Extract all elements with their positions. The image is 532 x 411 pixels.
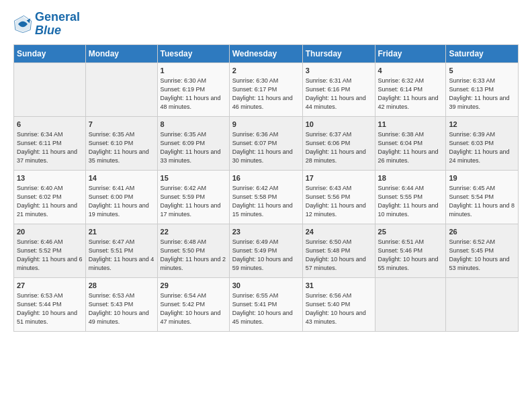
day-info: Sunrise: 6:36 AM Sunset: 6:07 PM Dayligh… xyxy=(232,130,300,165)
col-header-friday: Friday xyxy=(375,44,446,62)
calendar-cell: 14Sunrise: 6:41 AM Sunset: 6:00 PM Dayli… xyxy=(85,170,157,224)
day-number: 11 xyxy=(378,120,443,130)
day-number: 10 xyxy=(306,120,372,130)
day-number: 6 xyxy=(17,120,83,130)
calendar-cell: 3Sunrise: 6:31 AM Sunset: 6:16 PM Daylig… xyxy=(302,62,375,116)
week-row-2: 6Sunrise: 6:34 AM Sunset: 6:11 PM Daylig… xyxy=(14,116,519,170)
calendar-cell: 11Sunrise: 6:38 AM Sunset: 6:04 PM Dayli… xyxy=(375,116,446,170)
col-header-thursday: Thursday xyxy=(302,44,375,62)
day-info: Sunrise: 6:50 AM Sunset: 5:48 PM Dayligh… xyxy=(306,238,372,273)
calendar-cell xyxy=(375,277,446,331)
col-header-monday: Monday xyxy=(85,44,157,62)
calendar-cell xyxy=(14,62,86,116)
day-info: Sunrise: 6:53 AM Sunset: 5:43 PM Dayligh… xyxy=(89,291,154,326)
day-number: 29 xyxy=(161,281,226,291)
day-info: Sunrise: 6:49 AM Sunset: 5:49 PM Dayligh… xyxy=(232,238,300,273)
calendar-cell: 28Sunrise: 6:53 AM Sunset: 5:43 PM Dayli… xyxy=(85,277,157,331)
col-header-wednesday: Wednesday xyxy=(229,44,302,62)
calendar-cell: 20Sunrise: 6:46 AM Sunset: 5:52 PM Dayli… xyxy=(14,224,86,277)
day-info: Sunrise: 6:35 AM Sunset: 6:09 PM Dayligh… xyxy=(161,130,226,165)
calendar-cell xyxy=(85,62,157,116)
calendar-cell: 12Sunrise: 6:39 AM Sunset: 6:03 PM Dayli… xyxy=(446,116,519,170)
col-header-saturday: Saturday xyxy=(446,44,519,62)
day-number: 7 xyxy=(89,120,154,130)
day-info: Sunrise: 6:33 AM Sunset: 6:13 PM Dayligh… xyxy=(449,77,515,111)
calendar-cell: 2Sunrise: 6:30 AM Sunset: 6:17 PM Daylig… xyxy=(229,62,302,116)
calendar-cell: 19Sunrise: 6:45 AM Sunset: 5:54 PM Dayli… xyxy=(446,170,519,224)
day-info: Sunrise: 6:39 AM Sunset: 6:03 PM Dayligh… xyxy=(449,130,515,165)
day-info: Sunrise: 6:51 AM Sunset: 5:46 PM Dayligh… xyxy=(378,238,443,273)
day-info: Sunrise: 6:34 AM Sunset: 6:11 PM Dayligh… xyxy=(17,130,83,165)
day-number: 9 xyxy=(232,120,300,130)
day-info: Sunrise: 6:35 AM Sunset: 6:10 PM Dayligh… xyxy=(89,130,154,165)
col-header-tuesday: Tuesday xyxy=(157,44,229,62)
logo: General Blue xyxy=(13,11,80,38)
day-number: 24 xyxy=(306,227,372,237)
day-info: Sunrise: 6:47 AM Sunset: 5:51 PM Dayligh… xyxy=(89,238,154,273)
day-number: 30 xyxy=(232,281,300,291)
day-info: Sunrise: 6:40 AM Sunset: 6:02 PM Dayligh… xyxy=(17,184,83,219)
calendar-cell: 24Sunrise: 6:50 AM Sunset: 5:48 PM Dayli… xyxy=(302,224,375,277)
calendar-cell: 6Sunrise: 6:34 AM Sunset: 6:11 PM Daylig… xyxy=(14,116,86,170)
day-number: 23 xyxy=(232,227,300,237)
day-number: 31 xyxy=(306,281,372,291)
calendar-cell: 23Sunrise: 6:49 AM Sunset: 5:49 PM Dayli… xyxy=(229,224,302,277)
day-info: Sunrise: 6:48 AM Sunset: 5:50 PM Dayligh… xyxy=(161,238,226,273)
header: General Blue xyxy=(13,11,519,38)
calendar-cell: 30Sunrise: 6:55 AM Sunset: 5:41 PM Dayli… xyxy=(229,277,302,331)
day-number: 18 xyxy=(378,173,443,183)
calendar-cell: 17Sunrise: 6:43 AM Sunset: 5:56 PM Dayli… xyxy=(302,170,375,224)
calendar-cell: 31Sunrise: 6:56 AM Sunset: 5:40 PM Dayli… xyxy=(302,277,375,331)
day-info: Sunrise: 6:30 AM Sunset: 6:19 PM Dayligh… xyxy=(161,77,226,111)
day-number: 26 xyxy=(449,227,515,237)
calendar-cell: 13Sunrise: 6:40 AM Sunset: 6:02 PM Dayli… xyxy=(14,170,86,224)
day-info: Sunrise: 6:30 AM Sunset: 6:17 PM Dayligh… xyxy=(232,77,300,111)
day-info: Sunrise: 6:32 AM Sunset: 6:14 PM Dayligh… xyxy=(378,77,443,111)
day-number: 2 xyxy=(232,66,300,76)
calendar-table: SundayMondayTuesdayWednesdayThursdayFrid… xyxy=(13,44,519,332)
day-info: Sunrise: 6:42 AM Sunset: 5:58 PM Dayligh… xyxy=(232,184,300,219)
day-info: Sunrise: 6:44 AM Sunset: 5:55 PM Dayligh… xyxy=(378,184,443,219)
calendar-cell: 26Sunrise: 6:52 AM Sunset: 5:45 PM Dayli… xyxy=(446,224,519,277)
day-number: 8 xyxy=(161,120,226,130)
day-number: 14 xyxy=(89,173,154,183)
day-info: Sunrise: 6:52 AM Sunset: 5:45 PM Dayligh… xyxy=(449,238,515,273)
day-number: 19 xyxy=(449,173,515,183)
day-number: 27 xyxy=(17,281,83,291)
day-number: 20 xyxy=(17,227,83,237)
day-info: Sunrise: 6:43 AM Sunset: 5:56 PM Dayligh… xyxy=(306,184,372,219)
day-info: Sunrise: 6:55 AM Sunset: 5:41 PM Dayligh… xyxy=(232,291,300,326)
calendar-cell: 15Sunrise: 6:42 AM Sunset: 5:59 PM Dayli… xyxy=(157,170,229,224)
calendar-cell: 4Sunrise: 6:32 AM Sunset: 6:14 PM Daylig… xyxy=(375,62,446,116)
day-number: 12 xyxy=(449,120,515,130)
week-row-4: 20Sunrise: 6:46 AM Sunset: 5:52 PM Dayli… xyxy=(14,224,519,277)
calendar-cell: 1Sunrise: 6:30 AM Sunset: 6:19 PM Daylig… xyxy=(157,62,229,116)
day-number: 1 xyxy=(161,66,226,76)
day-number: 25 xyxy=(378,227,443,237)
day-number: 5 xyxy=(449,66,515,76)
day-number: 13 xyxy=(17,173,83,183)
day-info: Sunrise: 6:45 AM Sunset: 5:54 PM Dayligh… xyxy=(449,184,515,219)
day-number: 16 xyxy=(232,173,300,183)
day-info: Sunrise: 6:46 AM Sunset: 5:52 PM Dayligh… xyxy=(17,238,83,273)
day-number: 17 xyxy=(306,173,372,183)
day-info: Sunrise: 6:37 AM Sunset: 6:06 PM Dayligh… xyxy=(306,130,372,165)
day-number: 28 xyxy=(89,281,154,291)
calendar-cell: 7Sunrise: 6:35 AM Sunset: 6:10 PM Daylig… xyxy=(85,116,157,170)
day-info: Sunrise: 6:41 AM Sunset: 6:00 PM Dayligh… xyxy=(89,184,154,219)
calendar-cell: 25Sunrise: 6:51 AM Sunset: 5:46 PM Dayli… xyxy=(375,224,446,277)
calendar-cell: 22Sunrise: 6:48 AM Sunset: 5:50 PM Dayli… xyxy=(157,224,229,277)
calendar-cell: 16Sunrise: 6:42 AM Sunset: 5:58 PM Dayli… xyxy=(229,170,302,224)
calendar-cell: 29Sunrise: 6:54 AM Sunset: 5:42 PM Dayli… xyxy=(157,277,229,331)
calendar-cell: 10Sunrise: 6:37 AM Sunset: 6:06 PM Dayli… xyxy=(302,116,375,170)
header-row: SundayMondayTuesdayWednesdayThursdayFrid… xyxy=(14,44,519,62)
logo-text: General Blue xyxy=(35,11,80,38)
calendar-cell: 8Sunrise: 6:35 AM Sunset: 6:09 PM Daylig… xyxy=(157,116,229,170)
day-info: Sunrise: 6:42 AM Sunset: 5:59 PM Dayligh… xyxy=(161,184,226,219)
col-header-sunday: Sunday xyxy=(14,44,86,62)
day-number: 4 xyxy=(378,66,443,76)
page: General Blue SundayMondayTuesdayWednesda… xyxy=(0,0,532,411)
day-info: Sunrise: 6:56 AM Sunset: 5:40 PM Dayligh… xyxy=(306,291,372,326)
day-number: 3 xyxy=(306,66,372,76)
day-number: 21 xyxy=(89,227,154,237)
